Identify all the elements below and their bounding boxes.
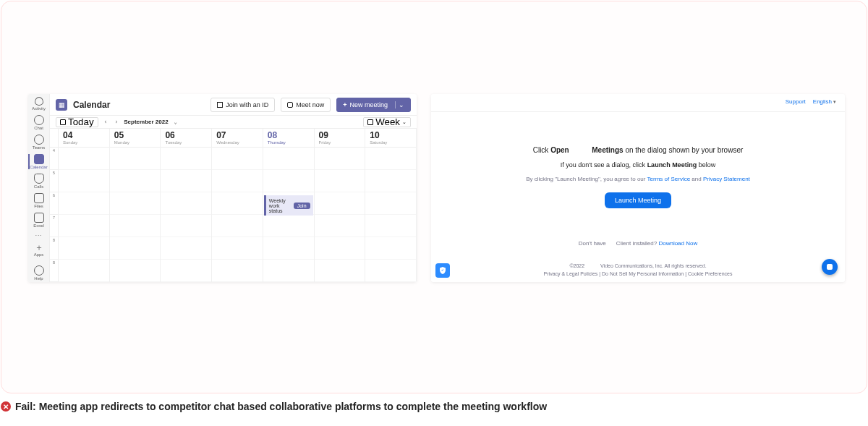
video-icon [287, 102, 293, 108]
day-name: Tuesday [165, 140, 207, 145]
calendar-header: ▦ Calendar Join with an ID Meet now + [50, 94, 417, 116]
rail-activity[interactable]: Activity [29, 97, 49, 111]
day-column[interactable]: 05Monday [110, 129, 161, 282]
calendar-pane: ▦ Calendar Join with an ID Meet now + [50, 94, 417, 282]
privacy-link[interactable]: Privacy Statement [703, 176, 750, 182]
day-column[interactable]: 10Saturday [365, 129, 417, 282]
rail-label: Files [34, 204, 43, 208]
cookie-prefs-link[interactable]: Cookie Preferences [688, 271, 732, 276]
hour-label: 8 [50, 237, 58, 260]
today-button[interactable]: Today [56, 117, 98, 127]
example-panel: Activity Chat Teams Calendar [1, 1, 867, 393]
terms-agree-text: By clicking "Launch Meeting", you agree … [526, 176, 750, 182]
btn-label: Meet now [296, 101, 324, 108]
rail-label: Chat [34, 126, 43, 130]
day-number: 05 [114, 130, 156, 140]
hours-gutter: 4 5 6 7 8 8 [50, 129, 59, 282]
caption: ✕ Fail: Meeting app redirects to competi… [1, 401, 547, 412]
rail-apps[interactable]: ＋ Apps [29, 243, 49, 257]
today-icon [60, 119, 66, 125]
bell-icon [35, 97, 43, 106]
day-header: 08Thursday [263, 129, 314, 148]
app-rail: Activity Chat Teams Calendar [28, 94, 50, 282]
rail-files[interactable]: Files [29, 193, 49, 208]
footer: ©2022 Video Communications, Inc. All rig… [431, 263, 845, 278]
btn-label: Today [68, 116, 94, 127]
day-number: 09 [319, 130, 361, 140]
chat-fab-icon[interactable] [822, 259, 838, 275]
event-title: Weekly work status [269, 198, 292, 213]
new-meeting-button[interactable]: + New meeting ⌄ [336, 98, 411, 112]
teams-app-screenshot: Activity Chat Teams Calendar [28, 94, 417, 282]
calendar-event[interactable]: Weekly work statusJoin [264, 195, 313, 216]
language-dropdown[interactable]: English [813, 98, 836, 105]
rail-label: Activity [32, 106, 46, 111]
hour-label: 7 [50, 215, 58, 237]
rail-label: Help [34, 276, 43, 281]
day-column[interactable]: 06Tuesday [161, 129, 212, 282]
chevron-down-icon[interactable]: ⌄ [173, 119, 179, 125]
meet-now-button[interactable]: Meet now [281, 98, 331, 112]
day-number: 06 [165, 130, 207, 140]
prev-week-button[interactable]: ‹ [103, 119, 109, 125]
ellipsis-icon: ··· [35, 232, 43, 239]
fallback-instruction: If you don't see a dialog, click Launch … [561, 161, 715, 169]
rail-label: Teams [33, 145, 46, 150]
hour-label: 4 [50, 148, 58, 170]
hour-label: 6 [50, 192, 58, 215]
download-row: Don't haveClient installed? Download Now [579, 240, 698, 247]
excel-icon [34, 213, 44, 223]
month-label: September 2022 [124, 119, 168, 125]
calendar-icon [34, 154, 44, 164]
rail-excel[interactable]: Excel [29, 213, 49, 228]
day-number: 08 [268, 130, 310, 140]
rail-label: Excel [33, 223, 44, 228]
next-week-button[interactable]: › [113, 119, 119, 125]
day-header: 10Saturday [365, 129, 416, 148]
day-name: Thursday [268, 140, 310, 145]
shield-icon[interactable] [435, 263, 450, 278]
day-column[interactable]: 04Sunday [59, 129, 110, 282]
day-column[interactable]: 08ThursdayWeekly work statusJoin [263, 129, 315, 282]
rail-help[interactable]: Help [29, 265, 49, 281]
terms-link[interactable]: Terms of Service [647, 176, 691, 182]
rail-chat[interactable]: Chat [29, 115, 49, 130]
rail-teams[interactable]: Teams [29, 135, 49, 150]
day-header: 06Tuesday [161, 129, 211, 148]
grid-icon [367, 119, 373, 125]
download-now-link[interactable]: Download Now [658, 240, 697, 247]
rail-calendar[interactable]: Calendar [29, 154, 49, 169]
rail-more[interactable]: ··· [29, 232, 49, 239]
day-column[interactable]: 07Wednesday [212, 129, 263, 282]
teams-icon [34, 135, 44, 145]
privacy-policies-link[interactable]: Privacy & Legal Policies [544, 271, 598, 276]
plus-icon: + [343, 101, 346, 108]
day-name: Monday [114, 140, 156, 145]
calls-icon [34, 174, 44, 184]
rail-label: Calls [34, 184, 43, 189]
caption-text: Fail: Meeting app redirects to competito… [15, 401, 547, 412]
join-with-id-button[interactable]: Join with an ID [210, 98, 275, 112]
launch-meeting-button[interactable]: Launch Meeting [605, 192, 671, 208]
day-header: 09Friday [315, 129, 365, 148]
calendar-grid: 4 5 6 7 8 8 04Sunday05Monday06Tuesday07W… [50, 129, 417, 282]
hash-icon [217, 102, 223, 108]
support-link[interactable]: Support [786, 98, 806, 105]
day-name: Saturday [370, 140, 412, 145]
day-number: 04 [63, 130, 105, 140]
day-number: 07 [216, 130, 258, 140]
do-not-sell-link[interactable]: Do Not Sell My Personal Information [602, 271, 684, 276]
chevron-down-icon: ⌄ [402, 119, 407, 125]
join-button[interactable]: Join [294, 203, 310, 209]
view-switcher[interactable]: Week ⌄ [363, 117, 411, 127]
day-column[interactable]: 09Friday [315, 129, 366, 282]
day-header: 07Wednesday [212, 129, 263, 148]
calendar-app-icon: ▦ [56, 99, 67, 111]
day-number: 10 [370, 130, 412, 140]
meeting-launch-screenshot: Support English Click Open Meetings on t… [431, 94, 845, 282]
rail-label: Apps [34, 252, 44, 257]
chevron-down-icon[interactable]: ⌄ [395, 101, 404, 108]
rail-calls[interactable]: Calls [29, 174, 49, 189]
btn-label: New meeting [349, 101, 388, 108]
help-icon [34, 265, 44, 276]
